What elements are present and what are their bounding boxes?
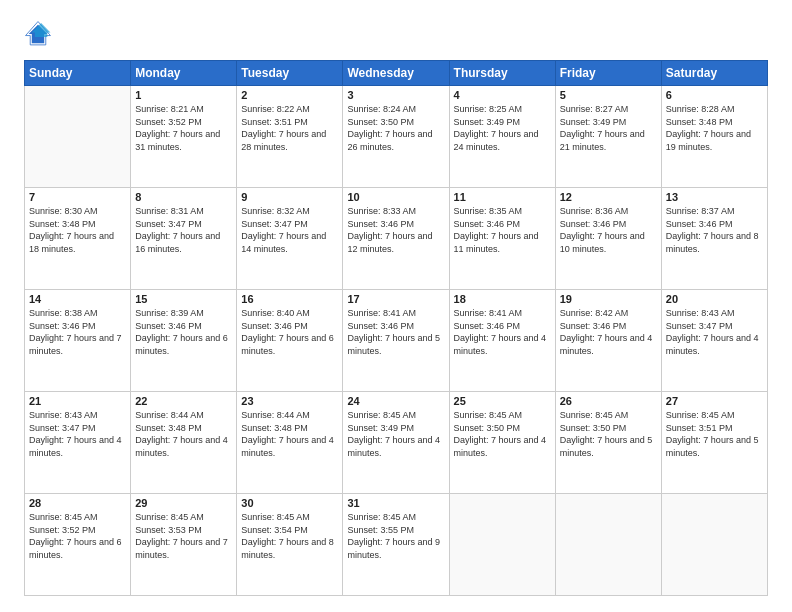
calendar-cell: 19Sunrise: 8:42 AMSunset: 3:46 PMDayligh… <box>555 290 661 392</box>
day-number: 29 <box>135 497 232 509</box>
calendar-cell: 8Sunrise: 8:31 AMSunset: 3:47 PMDaylight… <box>131 188 237 290</box>
day-info: Sunrise: 8:25 AMSunset: 3:49 PMDaylight:… <box>454 103 551 153</box>
calendar-cell: 7Sunrise: 8:30 AMSunset: 3:48 PMDaylight… <box>25 188 131 290</box>
week-row-2: 7Sunrise: 8:30 AMSunset: 3:48 PMDaylight… <box>25 188 768 290</box>
day-info: Sunrise: 8:41 AMSunset: 3:46 PMDaylight:… <box>347 307 444 357</box>
calendar-cell: 23Sunrise: 8:44 AMSunset: 3:48 PMDayligh… <box>237 392 343 494</box>
weekday-header-thursday: Thursday <box>449 61 555 86</box>
day-info: Sunrise: 8:45 AMSunset: 3:55 PMDaylight:… <box>347 511 444 561</box>
day-info: Sunrise: 8:45 AMSunset: 3:51 PMDaylight:… <box>666 409 763 459</box>
week-row-1: 1Sunrise: 8:21 AMSunset: 3:52 PMDaylight… <box>25 86 768 188</box>
weekday-header-wednesday: Wednesday <box>343 61 449 86</box>
day-info: Sunrise: 8:37 AMSunset: 3:46 PMDaylight:… <box>666 205 763 255</box>
calendar-cell: 27Sunrise: 8:45 AMSunset: 3:51 PMDayligh… <box>661 392 767 494</box>
calendar-cell: 13Sunrise: 8:37 AMSunset: 3:46 PMDayligh… <box>661 188 767 290</box>
day-number: 15 <box>135 293 232 305</box>
day-info: Sunrise: 8:45 AMSunset: 3:50 PMDaylight:… <box>560 409 657 459</box>
header <box>24 20 768 48</box>
logo <box>24 20 56 48</box>
day-info: Sunrise: 8:42 AMSunset: 3:46 PMDaylight:… <box>560 307 657 357</box>
calendar-cell <box>661 494 767 596</box>
day-info: Sunrise: 8:22 AMSunset: 3:51 PMDaylight:… <box>241 103 338 153</box>
day-number: 13 <box>666 191 763 203</box>
day-info: Sunrise: 8:45 AMSunset: 3:54 PMDaylight:… <box>241 511 338 561</box>
calendar-cell: 28Sunrise: 8:45 AMSunset: 3:52 PMDayligh… <box>25 494 131 596</box>
calendar-cell: 22Sunrise: 8:44 AMSunset: 3:48 PMDayligh… <box>131 392 237 494</box>
calendar-cell: 5Sunrise: 8:27 AMSunset: 3:49 PMDaylight… <box>555 86 661 188</box>
day-number: 1 <box>135 89 232 101</box>
day-number: 6 <box>666 89 763 101</box>
day-number: 30 <box>241 497 338 509</box>
calendar-cell: 17Sunrise: 8:41 AMSunset: 3:46 PMDayligh… <box>343 290 449 392</box>
calendar-cell: 2Sunrise: 8:22 AMSunset: 3:51 PMDaylight… <box>237 86 343 188</box>
day-number: 9 <box>241 191 338 203</box>
weekday-header-sunday: Sunday <box>25 61 131 86</box>
calendar-table: SundayMondayTuesdayWednesdayThursdayFrid… <box>24 60 768 596</box>
day-info: Sunrise: 8:44 AMSunset: 3:48 PMDaylight:… <box>241 409 338 459</box>
day-number: 16 <box>241 293 338 305</box>
day-number: 11 <box>454 191 551 203</box>
day-number: 26 <box>560 395 657 407</box>
day-info: Sunrise: 8:39 AMSunset: 3:46 PMDaylight:… <box>135 307 232 357</box>
calendar-cell: 24Sunrise: 8:45 AMSunset: 3:49 PMDayligh… <box>343 392 449 494</box>
day-info: Sunrise: 8:21 AMSunset: 3:52 PMDaylight:… <box>135 103 232 153</box>
day-number: 21 <box>29 395 126 407</box>
weekday-header-friday: Friday <box>555 61 661 86</box>
calendar-cell: 14Sunrise: 8:38 AMSunset: 3:46 PMDayligh… <box>25 290 131 392</box>
day-number: 18 <box>454 293 551 305</box>
day-number: 10 <box>347 191 444 203</box>
calendar-cell: 18Sunrise: 8:41 AMSunset: 3:46 PMDayligh… <box>449 290 555 392</box>
day-number: 14 <box>29 293 126 305</box>
calendar-cell: 30Sunrise: 8:45 AMSunset: 3:54 PMDayligh… <box>237 494 343 596</box>
calendar-cell: 11Sunrise: 8:35 AMSunset: 3:46 PMDayligh… <box>449 188 555 290</box>
week-row-5: 28Sunrise: 8:45 AMSunset: 3:52 PMDayligh… <box>25 494 768 596</box>
calendar-cell: 12Sunrise: 8:36 AMSunset: 3:46 PMDayligh… <box>555 188 661 290</box>
day-number: 17 <box>347 293 444 305</box>
day-number: 31 <box>347 497 444 509</box>
day-number: 8 <box>135 191 232 203</box>
calendar-cell: 3Sunrise: 8:24 AMSunset: 3:50 PMDaylight… <box>343 86 449 188</box>
day-info: Sunrise: 8:35 AMSunset: 3:46 PMDaylight:… <box>454 205 551 255</box>
day-info: Sunrise: 8:43 AMSunset: 3:47 PMDaylight:… <box>666 307 763 357</box>
day-number: 12 <box>560 191 657 203</box>
day-info: Sunrise: 8:45 AMSunset: 3:52 PMDaylight:… <box>29 511 126 561</box>
calendar-cell: 16Sunrise: 8:40 AMSunset: 3:46 PMDayligh… <box>237 290 343 392</box>
calendar-cell: 20Sunrise: 8:43 AMSunset: 3:47 PMDayligh… <box>661 290 767 392</box>
weekday-header-monday: Monday <box>131 61 237 86</box>
weekday-header-tuesday: Tuesday <box>237 61 343 86</box>
day-number: 28 <box>29 497 126 509</box>
day-info: Sunrise: 8:43 AMSunset: 3:47 PMDaylight:… <box>29 409 126 459</box>
calendar-cell: 31Sunrise: 8:45 AMSunset: 3:55 PMDayligh… <box>343 494 449 596</box>
day-number: 5 <box>560 89 657 101</box>
day-info: Sunrise: 8:28 AMSunset: 3:48 PMDaylight:… <box>666 103 763 153</box>
day-number: 2 <box>241 89 338 101</box>
page: SundayMondayTuesdayWednesdayThursdayFrid… <box>0 0 792 612</box>
weekday-header-saturday: Saturday <box>661 61 767 86</box>
calendar-cell <box>449 494 555 596</box>
day-info: Sunrise: 8:44 AMSunset: 3:48 PMDaylight:… <box>135 409 232 459</box>
week-row-4: 21Sunrise: 8:43 AMSunset: 3:47 PMDayligh… <box>25 392 768 494</box>
calendar-cell: 10Sunrise: 8:33 AMSunset: 3:46 PMDayligh… <box>343 188 449 290</box>
calendar-cell: 26Sunrise: 8:45 AMSunset: 3:50 PMDayligh… <box>555 392 661 494</box>
day-info: Sunrise: 8:33 AMSunset: 3:46 PMDaylight:… <box>347 205 444 255</box>
calendar-cell: 1Sunrise: 8:21 AMSunset: 3:52 PMDaylight… <box>131 86 237 188</box>
day-number: 24 <box>347 395 444 407</box>
day-number: 27 <box>666 395 763 407</box>
day-number: 20 <box>666 293 763 305</box>
calendar-cell: 4Sunrise: 8:25 AMSunset: 3:49 PMDaylight… <box>449 86 555 188</box>
week-row-3: 14Sunrise: 8:38 AMSunset: 3:46 PMDayligh… <box>25 290 768 392</box>
day-number: 7 <box>29 191 126 203</box>
day-number: 19 <box>560 293 657 305</box>
calendar-cell <box>25 86 131 188</box>
day-info: Sunrise: 8:36 AMSunset: 3:46 PMDaylight:… <box>560 205 657 255</box>
day-info: Sunrise: 8:31 AMSunset: 3:47 PMDaylight:… <box>135 205 232 255</box>
day-number: 25 <box>454 395 551 407</box>
day-info: Sunrise: 8:45 AMSunset: 3:49 PMDaylight:… <box>347 409 444 459</box>
calendar-cell: 29Sunrise: 8:45 AMSunset: 3:53 PMDayligh… <box>131 494 237 596</box>
day-info: Sunrise: 8:40 AMSunset: 3:46 PMDaylight:… <box>241 307 338 357</box>
calendar-cell: 9Sunrise: 8:32 AMSunset: 3:47 PMDaylight… <box>237 188 343 290</box>
day-info: Sunrise: 8:32 AMSunset: 3:47 PMDaylight:… <box>241 205 338 255</box>
day-info: Sunrise: 8:45 AMSunset: 3:50 PMDaylight:… <box>454 409 551 459</box>
day-number: 23 <box>241 395 338 407</box>
calendar-cell: 15Sunrise: 8:39 AMSunset: 3:46 PMDayligh… <box>131 290 237 392</box>
